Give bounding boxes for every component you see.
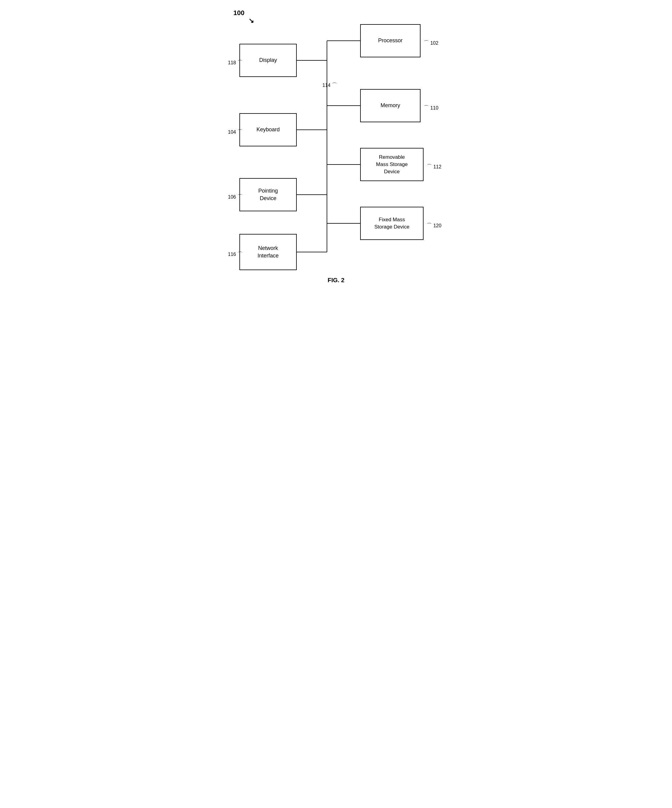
processor-box: Processor — [360, 24, 421, 57]
memory-ref: ⌒ 110 — [423, 104, 438, 111]
diagram-arrow: ↘ — [249, 17, 254, 25]
fixed-mass-storage-box: Fixed Mass Storage Device — [360, 207, 423, 240]
pointing-device-ref: 106 ⌒ — [228, 193, 243, 200]
diagram-label-100: 100 — [233, 9, 244, 17]
fixed-mass-storage-ref: ⌒ 120 — [426, 222, 441, 229]
memory-box: Memory — [360, 89, 421, 122]
figure-caption: FIG. 2 — [328, 277, 344, 284]
bus-ref: 114 ⌒ — [323, 82, 337, 89]
network-interface-box: Network Interface — [239, 234, 297, 270]
network-interface-ref: 116 ⌒ — [228, 250, 243, 258]
keyboard-box: Keyboard — [239, 113, 297, 146]
display-box: Display — [239, 44, 297, 77]
removable-mass-storage-ref: ⌒ 112 — [426, 163, 441, 170]
display-ref: 118 ⌒ — [228, 59, 243, 66]
keyboard-ref: 104 ⌒ — [228, 128, 243, 135]
pointing-device-box: Pointing Device — [239, 178, 297, 211]
processor-ref: ⌒ 102 — [423, 39, 438, 47]
diagram-page: 100 ↘ Display 118 ⌒ Keyboard 10 — [215, 0, 457, 290]
removable-mass-storage-box: Removable Mass Storage Device — [360, 148, 423, 181]
